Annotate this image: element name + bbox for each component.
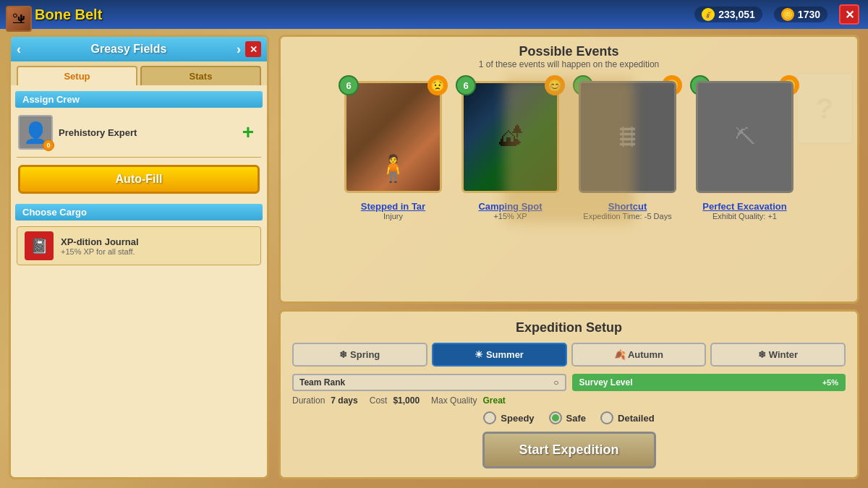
currency-display: 💰 233,051 🪙 1730 ✕ <box>694 4 859 25</box>
event-face-0: 😟 <box>427 75 448 95</box>
event-name-0: Stepped in Tar <box>361 201 425 212</box>
avatar: 👤 0 <box>18 115 53 150</box>
duration-label: Duration <box>292 395 325 406</box>
event-type-0: Injury <box>383 212 403 221</box>
next-location-button[interactable]: › <box>237 42 241 57</box>
choose-cargo-header: Choose Cargo <box>15 204 263 221</box>
gems-display: 🪙 1730 <box>774 7 827 22</box>
coins-value: 233,051 <box>718 9 755 20</box>
gems-value: 1730 <box>798 9 820 20</box>
location-title: Greasy Fields <box>25 43 232 56</box>
mode-speedy-label: Speedy <box>501 413 534 424</box>
mode-row: Speedy Safe Detailed <box>292 411 846 424</box>
gem-icon: 🪙 <box>781 8 794 21</box>
event-card-tar[interactable]: 6 😟 🧍 Stepped in Tar Injury <box>339 81 448 221</box>
season-buttons: ❄ Spring ☀ Summer 🍂 Autumn ❄ Winter <box>292 343 846 367</box>
cost-label: Cost <box>370 395 388 406</box>
cost-value: $1,000 <box>393 395 420 406</box>
tab-setup[interactable]: Setup <box>17 66 137 85</box>
page-title: Bone Belt <box>35 7 102 23</box>
cargo-icon: 📓 <box>25 231 54 260</box>
autofill-button[interactable]: Auto-Fill <box>18 165 260 194</box>
radio-safe <box>549 411 562 424</box>
topbar-close-button[interactable]: ✕ <box>839 4 859 25</box>
crew-member: 👤 0 Prehistory Expert <box>18 115 137 150</box>
cargo-info: XP-dition Journal +15% XP for all staff. <box>61 236 139 256</box>
panel-tabs: Setup Stats <box>11 61 267 85</box>
coin-icon: 💰 <box>702 8 715 21</box>
location-thumbnail: 🏜 <box>6 6 32 32</box>
team-rank-label: Team Rank <box>299 377 345 388</box>
events-title: Possible Events <box>281 44 857 59</box>
stats-row: Team Rank ○ Survey Level +5% <box>292 374 846 391</box>
season-winter-button[interactable]: ❄ Winter <box>710 343 846 367</box>
setup-title: Expedition Setup <box>292 320 846 335</box>
events-subtitle: 1 of these events will happen on the exp… <box>281 59 857 69</box>
event-image-tar: 🧍 <box>344 81 442 193</box>
crew-area: 👤 0 Prehistory Expert + <box>11 111 267 154</box>
panel-header: ‹ Greasy Fields › ✕ <box>11 37 267 61</box>
duration-value: 7 days <box>331 395 357 406</box>
season-spring-button[interactable]: ❄ Spring <box>292 343 427 367</box>
add-crew-button[interactable]: + <box>237 121 260 144</box>
coins-display: 💰 233,051 <box>694 7 762 22</box>
cost-item: Cost $1,000 <box>370 395 420 406</box>
max-quality-item: Max Quality Great <box>431 395 506 406</box>
top-bar: 🏜 Bone Belt 💰 233,051 🪙 1730 ✕ <box>0 0 868 29</box>
main-panel: Possible Events 1 of these events will h… <box>278 35 859 479</box>
events-header: Possible Events 1 of these events will h… <box>281 37 857 72</box>
cargo-name: XP-dition Journal <box>61 236 139 247</box>
event-excavation-art: ⛏ <box>698 83 791 191</box>
max-quality-label: Max Quality <box>431 395 477 406</box>
mode-safe-label: Safe <box>566 413 586 424</box>
crew-name: Prehistory Expert <box>59 127 137 138</box>
cargo-item: 📓 XP-dition Journal +15% XP for all staf… <box>17 226 261 265</box>
event-type-3: Exhibit Quality: +1 <box>712 212 777 221</box>
assign-crew-header: Assign Crew <box>15 91 263 108</box>
left-panel: ‹ Greasy Fields › ✕ Setup Stats Assign C… <box>9 35 269 479</box>
divider <box>17 157 261 158</box>
panel-close-button[interactable]: ✕ <box>245 41 261 57</box>
mode-detailed[interactable]: Detailed <box>600 411 655 424</box>
setup-section: Expedition Setup ❄ Spring ☀ Summer 🍂 Aut… <box>278 309 859 479</box>
radio-detailed <box>600 411 613 424</box>
mode-safe[interactable]: Safe <box>549 411 586 424</box>
avatar-badge: 0 <box>43 140 54 151</box>
start-expedition-button[interactable]: Start Expedition <box>482 432 656 468</box>
team-rank-bar: Team Rank ○ <box>292 374 566 391</box>
mode-speedy[interactable]: Speedy <box>483 411 534 424</box>
avatar-badge-value: 0 <box>46 142 50 149</box>
tab-stats[interactable]: Stats <box>140 66 261 85</box>
prev-location-button[interactable]: ‹ <box>17 42 21 57</box>
event-badge-0: 6 <box>339 75 359 95</box>
mystery-event <box>504 78 634 223</box>
radio-speedy <box>483 411 496 424</box>
mode-detailed-label: Detailed <box>618 413 655 424</box>
cargo-desc: +15% XP for all staff. <box>61 247 139 256</box>
event-badge-1: 6 <box>456 75 476 95</box>
detail-row: Duration 7 days Cost $1,000 Max Quality … <box>292 395 846 406</box>
survey-level-label: Survey Level <box>579 377 633 388</box>
survey-level-bar: Survey Level +5% <box>572 374 846 391</box>
event-name-3: Perfect Excavation <box>702 201 786 212</box>
season-summer-button[interactable]: ☀ Summer <box>432 343 567 367</box>
survey-level-value: +5% <box>822 378 838 387</box>
event-image-wrapper-excavation: 8 😊 ⛏ <box>696 81 793 197</box>
event-image-excavation: ⛏ <box>696 81 793 193</box>
event-card-excavation[interactable]: 8 😊 ⛏ Perfect Excavation Exhibit Quality… <box>691 81 799 221</box>
event-tar-art: 🧍 <box>346 83 440 191</box>
duration-item: Duration 7 days <box>292 395 358 406</box>
season-autumn-button[interactable]: 🍂 Autumn <box>571 343 707 367</box>
team-rank-circle: ○ <box>553 377 558 388</box>
radio-safe-inner <box>552 414 559 421</box>
event-image-wrapper-tar: 6 😟 🧍 <box>344 81 442 197</box>
events-section: Possible Events 1 of these events will h… <box>278 35 859 304</box>
max-quality-value: Great <box>482 395 505 406</box>
